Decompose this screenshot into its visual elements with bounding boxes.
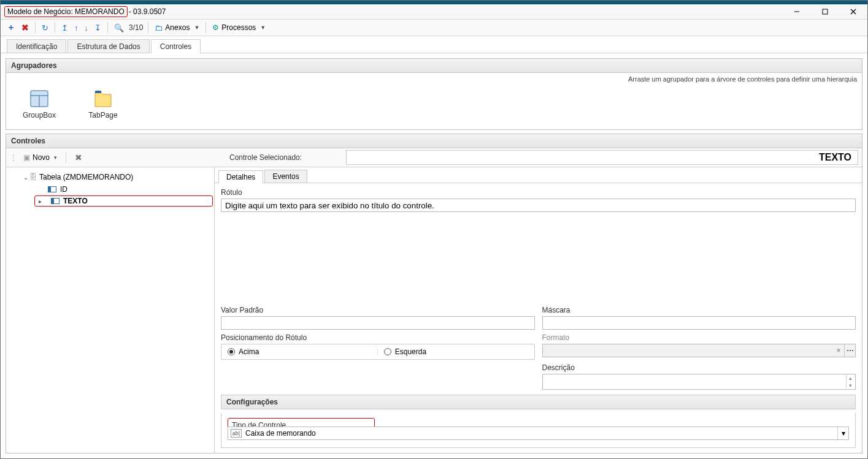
search-icon: 🔍 bbox=[114, 23, 124, 32]
new-record-button[interactable]: ＋ bbox=[4, 21, 18, 34]
dropdown-caret-icon: ▼ bbox=[194, 25, 199, 31]
window-title-highlight: Modelo de Negócio: MEMORANDO bbox=[4, 6, 128, 17]
scrollbar[interactable]: ▴▾ bbox=[846, 375, 855, 389]
last-icon: ↧ bbox=[94, 23, 101, 32]
chevron-right-icon: ▸ bbox=[36, 198, 44, 205]
dropdown-caret-icon: ▾ bbox=[54, 154, 57, 161]
clear-icon: × bbox=[833, 346, 844, 355]
window-title-suffix: - 03.9.0507 bbox=[128, 7, 166, 16]
valor-padrao-input[interactable] bbox=[221, 316, 535, 330]
plus-icon: ＋ bbox=[7, 22, 15, 33]
main-toolbar: ＋ ✖ ↻ ↥ ↑ ↓ ↧ 🔍 3/10 🗀 Anexos ▼ ⚙ Proces… bbox=[1, 19, 867, 36]
controle-selecionado-value: TEXTO bbox=[346, 150, 858, 165]
tree-node-texto-selected[interactable]: ▸ TEXTO bbox=[34, 195, 213, 207]
processos-menu[interactable]: ⚙ Processos ▼ bbox=[210, 22, 268, 33]
tipo-controle-value: Caixa de memorando bbox=[228, 427, 837, 439]
radio-esquerda-label: Esquerda bbox=[395, 347, 426, 356]
main-tabstrip: Identificação Estrutura de Dados Control… bbox=[1, 36, 867, 53]
controles-panel: Controles ⋮ ▣ Novo ▾ ✖ Controle Selecion… bbox=[6, 134, 862, 453]
last-record-button[interactable]: ↧ bbox=[92, 22, 104, 34]
formato-value bbox=[543, 344, 834, 357]
controles-toolbar: ⋮ ▣ Novo ▾ ✖ Controle Selecionado: TEXTO bbox=[6, 148, 862, 167]
radio-on-icon bbox=[228, 348, 235, 355]
delete-record-button[interactable]: ✖ bbox=[19, 21, 31, 34]
rotulo-input[interactable] bbox=[221, 199, 856, 212]
tree-texto-label: TEXTO bbox=[63, 197, 88, 205]
search-button[interactable]: 🔍 bbox=[112, 22, 126, 34]
valor-padrao-label: Valor Padrão bbox=[221, 306, 535, 314]
database-icon: 🗄 bbox=[29, 173, 37, 181]
first-icon: ↥ bbox=[61, 23, 68, 32]
ellipsis-icon: ⋯ bbox=[844, 344, 855, 357]
next-record-button[interactable]: ↓ bbox=[82, 22, 91, 34]
agrupador-groupbox-label: GroupBox bbox=[23, 111, 56, 119]
agrupador-tabpage-label: TabPage bbox=[88, 111, 117, 119]
radio-off-icon bbox=[384, 348, 391, 355]
subtab-detalhes[interactable]: Detalhes bbox=[218, 170, 263, 183]
tree-tabela-label: Tabela (ZMDMEMORANDO) bbox=[39, 173, 133, 181]
configuracoes-header: Configurações bbox=[221, 395, 856, 409]
gear-icon: ⚙ bbox=[212, 23, 219, 32]
toolbar-grip-icon: ⋮ bbox=[10, 153, 17, 162]
tab-identificacao[interactable]: Identificação bbox=[7, 39, 66, 53]
anexos-menu[interactable]: 🗀 Anexos ▼ bbox=[152, 22, 202, 34]
dropdown-caret-icon[interactable]: ▾ bbox=[837, 427, 848, 439]
tipo-controle-combo[interactable]: ab| Caixa de memorando ▾ bbox=[228, 427, 849, 440]
maximize-button[interactable] bbox=[811, 4, 839, 19]
up-icon: ↑ bbox=[74, 23, 79, 32]
delete-icon: ✖ bbox=[75, 153, 82, 162]
formato-combo: × ⋯ bbox=[542, 344, 856, 357]
posicionamento-rotulo-group: Acima Esquerda bbox=[221, 344, 535, 360]
detail-pane: Detalhes Eventos Rótulo Valor Padrão bbox=[215, 167, 862, 453]
first-record-button[interactable]: ↥ bbox=[59, 22, 71, 34]
tree-node-tabela[interactable]: ⌄ 🗄 Tabela (ZMDMEMORANDO) bbox=[7, 171, 213, 183]
processos-label: Processos bbox=[221, 23, 256, 32]
svg-rect-11 bbox=[52, 199, 54, 203]
prev-record-button[interactable]: ↑ bbox=[72, 22, 81, 34]
minimize-button[interactable] bbox=[783, 4, 811, 19]
record-position: 3/10 bbox=[128, 23, 144, 32]
descricao-value bbox=[543, 374, 856, 379]
detail-subtabs: Detalhes Eventos bbox=[215, 167, 862, 183]
agrupador-groupbox[interactable]: GroupBox bbox=[15, 89, 64, 119]
agrupadores-panel: Agrupadores Arraste um agrupador para a … bbox=[6, 58, 862, 130]
down-icon: ↓ bbox=[85, 23, 89, 32]
svg-rect-7 bbox=[95, 91, 101, 93]
titlebar: Modelo de Negócio: MEMORANDO - 03.9.0507 bbox=[1, 4, 867, 19]
chevron-down-icon: ⌄ bbox=[22, 174, 29, 181]
formato-label: Formato bbox=[542, 333, 856, 342]
novo-button[interactable]: ▣ Novo ▾ bbox=[21, 152, 60, 163]
groupbox-icon bbox=[29, 89, 49, 108]
agrupador-tabpage[interactable]: TabPage bbox=[79, 89, 128, 119]
controle-selecionado-label: Controle Selecionado: bbox=[229, 153, 302, 162]
field-icon bbox=[51, 198, 60, 204]
novo-label: Novo bbox=[33, 153, 50, 162]
tab-controles[interactable]: Controles bbox=[151, 39, 201, 53]
field-icon bbox=[48, 186, 56, 192]
refresh-icon: ↻ bbox=[42, 23, 48, 32]
tree-id-label: ID bbox=[60, 185, 67, 194]
delete-icon: ✖ bbox=[21, 23, 29, 32]
radio-acima[interactable]: Acima bbox=[221, 347, 378, 356]
agrupadores-title: Agrupadores bbox=[6, 59, 862, 73]
refresh-button[interactable]: ↻ bbox=[39, 22, 51, 34]
attachment-icon: 🗀 bbox=[155, 23, 163, 32]
descricao-label: Descrição bbox=[542, 363, 856, 372]
subtab-eventos[interactable]: Eventos bbox=[264, 170, 307, 183]
radio-acima-label: Acima bbox=[239, 347, 259, 356]
controls-tree[interactable]: ⌄ 🗄 Tabela (ZMDMEMORANDO) ID ▸ bbox=[6, 167, 215, 453]
svg-rect-1 bbox=[823, 9, 828, 14]
tab-estrutura[interactable]: Estrutura de Dados bbox=[67, 39, 149, 53]
dropdown-caret-icon: ▼ bbox=[260, 25, 266, 31]
delete-control-button[interactable]: ✖ bbox=[72, 151, 85, 164]
tree-node-id[interactable]: ID bbox=[7, 183, 213, 195]
descricao-input[interactable]: ▴▾ bbox=[542, 374, 856, 390]
radio-esquerda[interactable]: Esquerda bbox=[378, 347, 534, 356]
mascara-input[interactable] bbox=[542, 316, 856, 330]
controles-title: Controles bbox=[6, 134, 862, 148]
posicionamento-rotulo-label: Posicionamento do Rótulo bbox=[221, 333, 535, 342]
svg-rect-9 bbox=[48, 187, 51, 192]
tabpage-icon bbox=[93, 89, 113, 108]
close-button[interactable] bbox=[839, 4, 867, 19]
anexos-label: Anexos bbox=[165, 23, 190, 32]
